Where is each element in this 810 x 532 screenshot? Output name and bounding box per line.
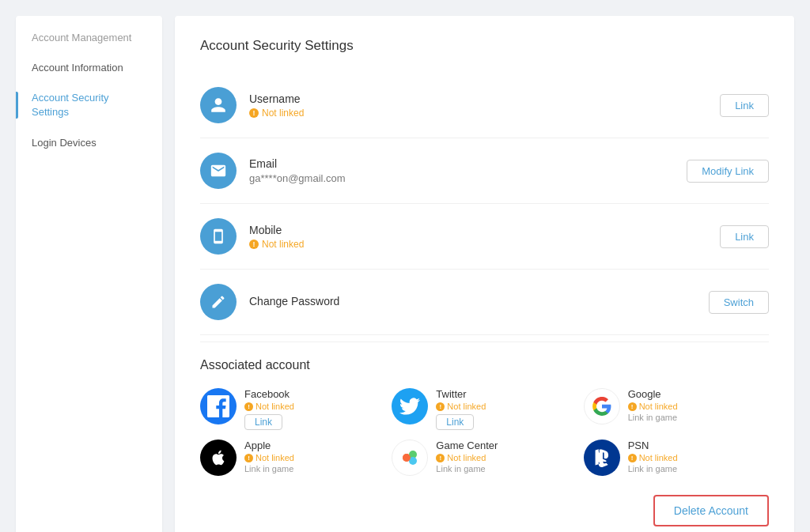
facebook-account: Facebook ! Not linked Link: [200, 388, 385, 430]
facebook-icon: [200, 388, 237, 424]
warning-icon: !: [436, 454, 445, 462]
mobile-link-button[interactable]: Link: [720, 225, 769, 248]
sidebar: Account Management Account Information A…: [16, 16, 162, 532]
facebook-status: ! Not linked: [244, 402, 385, 411]
mobile-icon: [200, 218, 237, 255]
password-action[interactable]: Switch: [709, 291, 769, 314]
email-value: ga****on@gmail.com: [249, 172, 687, 184]
psn-status: ! Not linked: [628, 453, 769, 462]
mobile-label: Mobile: [249, 224, 720, 236]
psn-account: PSN ! Not linked Link in game: [584, 440, 769, 476]
twitter-name: Twitter: [436, 388, 577, 400]
delete-account-wrapper: Delete Account: [200, 495, 769, 526]
apple-name: Apple: [244, 440, 385, 451]
warning-icon: !: [628, 454, 637, 462]
username-action[interactable]: Link: [720, 94, 769, 117]
password-label: Change Password: [249, 295, 709, 308]
psn-info: PSN ! Not linked Link in game: [628, 440, 769, 474]
page-title: Account Security Settings: [200, 38, 769, 54]
psn-icon: [584, 440, 620, 476]
psn-link-text: Link in game: [628, 464, 769, 474]
password-icon: [200, 284, 237, 320]
apple-icon: [200, 440, 237, 476]
gamecenter-status: ! Not linked: [436, 453, 577, 462]
sidebar-item-login-devices[interactable]: Login Devices: [16, 128, 162, 158]
gamecenter-account: Game Center ! Not linked Link in game: [392, 440, 577, 476]
gamecenter-info: Game Center ! Not linked Link in game: [436, 440, 577, 474]
password-info: Change Password: [249, 295, 709, 310]
username-link-button[interactable]: Link: [720, 94, 769, 117]
associated-accounts-grid: Facebook ! Not linked Link Twitter !: [200, 388, 769, 476]
username-status: ! Not linked: [249, 108, 720, 119]
facebook-name: Facebook: [244, 388, 385, 400]
gamecenter-link-text: Link in game: [436, 464, 577, 474]
warning-icon: !: [249, 108, 259, 118]
sidebar-item-account-information[interactable]: Account Information: [16, 53, 162, 83]
section-divider: [200, 341, 769, 342]
sidebar-group-title: Account Management: [16, 32, 162, 53]
twitter-account: Twitter ! Not linked Link: [392, 388, 577, 430]
twitter-status: ! Not linked: [436, 402, 577, 411]
gamecenter-icon: [392, 440, 428, 476]
warning-icon: !: [249, 240, 259, 249]
twitter-icon: [392, 388, 428, 424]
facebook-info: Facebook ! Not linked Link: [244, 388, 385, 430]
apple-info: Apple ! Not linked Link in game: [244, 440, 385, 474]
email-label: Email: [249, 157, 687, 170]
warning-icon: !: [436, 402, 445, 411]
email-modify-link-button[interactable]: Modify Link: [687, 160, 769, 183]
warning-icon: !: [244, 402, 253, 411]
mobile-info: Mobile ! Not linked: [249, 224, 720, 250]
email-icon: [200, 153, 237, 189]
google-name: Google: [628, 388, 769, 400]
username-label: Username: [249, 92, 720, 105]
user-icon: [200, 87, 237, 123]
username-row: Username ! Not linked Link: [200, 73, 769, 138]
password-switch-button[interactable]: Switch: [709, 291, 769, 314]
email-info: Email ga****on@gmail.com: [249, 157, 687, 184]
svg-point-3: [403, 454, 411, 462]
google-status: ! Not linked: [628, 402, 769, 411]
email-row: Email ga****on@gmail.com Modify Link: [200, 138, 769, 204]
warning-icon: !: [244, 454, 253, 462]
apple-link-text: Link in game: [244, 464, 385, 474]
password-row: Change Password Switch: [200, 270, 769, 335]
apple-status: ! Not linked: [244, 453, 385, 462]
mobile-row: Mobile ! Not linked Link: [200, 204, 769, 270]
associated-section-title: Associated account: [200, 358, 769, 372]
psn-name: PSN: [628, 440, 769, 451]
google-account: Google ! Not linked Link in game: [584, 388, 769, 430]
delete-account-button[interactable]: Delete Account: [653, 495, 769, 526]
apple-account: Apple ! Not linked Link in game: [200, 440, 385, 476]
mobile-status: ! Not linked: [249, 239, 720, 250]
google-link-text: Link in game: [628, 413, 769, 422]
mobile-action[interactable]: Link: [720, 225, 769, 248]
facebook-link-button[interactable]: Link: [244, 414, 282, 430]
warning-icon: !: [628, 402, 637, 411]
google-icon: [584, 388, 620, 424]
twitter-info: Twitter ! Not linked Link: [436, 388, 577, 430]
twitter-link-button[interactable]: Link: [436, 414, 474, 430]
google-info: Google ! Not linked Link in game: [628, 388, 769, 422]
sidebar-item-account-security-settings[interactable]: Account Security Settings: [16, 83, 162, 127]
email-action[interactable]: Modify Link: [687, 160, 769, 183]
username-info: Username ! Not linked: [249, 92, 720, 119]
app-layout: Account Management Account Information A…: [16, 16, 794, 532]
gamecenter-name: Game Center: [436, 440, 577, 451]
main-content: Account Security Settings Username ! Not…: [175, 16, 794, 532]
